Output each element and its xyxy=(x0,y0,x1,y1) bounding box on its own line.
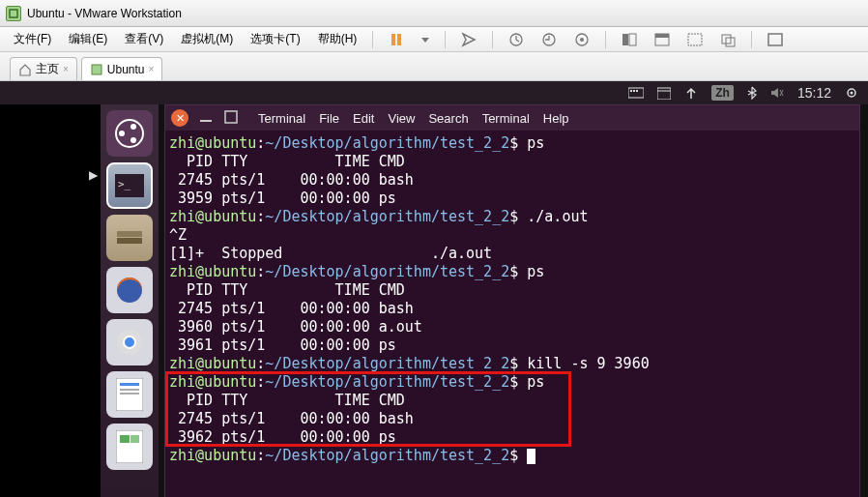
terminal-line: [1]+ Stopped ./a.out xyxy=(169,245,855,263)
pause-button[interactable] xyxy=(385,30,408,49)
svg-rect-18 xyxy=(633,90,635,92)
menu-file[interactable]: 文件(F) xyxy=(10,29,55,49)
files-icon[interactable] xyxy=(106,215,153,261)
calc-icon[interactable] xyxy=(106,424,153,470)
terminal-line: 2745 pts/1 00:00:00 bash xyxy=(169,300,855,318)
layout-icon-1[interactable] xyxy=(618,30,641,49)
terminal-line: zhi@ubuntu:~/Desktop/algorithm/test_2_2$ xyxy=(169,447,855,465)
svg-rect-16 xyxy=(628,88,644,98)
svg-rect-14 xyxy=(768,34,782,45)
unity-launcher: >_ xyxy=(101,104,159,497)
svg-rect-19 xyxy=(636,90,638,92)
tab-ubuntu-label: Ubuntu xyxy=(107,63,145,76)
terminal-line: ^Z xyxy=(169,226,855,245)
term-menu-terminal[interactable]: Terminal xyxy=(258,111,305,126)
terminal-line: zhi@ubuntu:~/Desktop/algorithm/test_2_2$… xyxy=(169,134,855,153)
terminal-line: 2745 pts/1 00:00:00 bash xyxy=(169,410,855,428)
menu-vm[interactable]: 虚拟机(M) xyxy=(177,29,237,49)
send-button[interactable] xyxy=(457,30,480,49)
svg-rect-20 xyxy=(657,88,671,100)
svg-rect-45 xyxy=(200,120,212,122)
svg-rect-43 xyxy=(120,435,130,443)
tab-home[interactable]: 主页 × xyxy=(10,57,77,80)
network-icon[interactable] xyxy=(684,86,698,100)
keyboard-icon[interactable] xyxy=(628,86,644,100)
svg-rect-46 xyxy=(225,111,237,123)
terminal-line: PID TTY TIME CMD xyxy=(169,392,855,410)
svg-point-29 xyxy=(130,137,136,143)
launcher-arrow-icon: ▶ xyxy=(89,168,98,182)
fullscreen-icon[interactable] xyxy=(764,30,787,49)
close-button[interactable]: ✕ xyxy=(171,109,188,127)
svg-rect-32 xyxy=(117,231,142,237)
term-menu-terminal2[interactable]: Terminal xyxy=(482,111,530,126)
bluetooth-icon[interactable] xyxy=(747,86,757,100)
svg-rect-2 xyxy=(397,34,401,45)
desktop-background-left xyxy=(0,104,101,497)
clock[interactable]: 15:12 xyxy=(797,85,831,101)
term-menu-view[interactable]: View xyxy=(388,111,415,126)
maximize-button[interactable] xyxy=(223,109,239,128)
tab-ubuntu[interactable]: Ubuntu × xyxy=(81,57,163,80)
svg-rect-40 xyxy=(120,389,139,391)
writer-icon[interactable] xyxy=(106,371,153,418)
svg-point-27 xyxy=(119,131,125,136)
terminal-body[interactable]: zhi@ubuntu:~/Desktop/algorithm/test_2_2$… xyxy=(165,131,859,497)
close-icon[interactable]: × xyxy=(63,64,69,74)
term-menu-help[interactable]: Help xyxy=(543,111,569,126)
terminal-line: 3962 pts/1 00:00:00 ps xyxy=(169,428,855,447)
svg-rect-1 xyxy=(391,34,395,45)
ime-indicator[interactable]: Zh xyxy=(711,85,734,101)
host-window-titlebar: Ubuntu - VMware Workstation xyxy=(0,0,868,27)
terminal-line: zhi@ubuntu:~/Desktop/algorithm/test_2_2$… xyxy=(169,208,855,226)
menu-view[interactable]: 查看(V) xyxy=(121,29,167,49)
chrome-icon[interactable] xyxy=(106,319,153,365)
svg-rect-41 xyxy=(120,393,139,395)
terminal-line: zhi@ubuntu:~/Desktop/algorithm/test_2_2$… xyxy=(169,373,855,392)
svg-text:>_: >_ xyxy=(118,178,131,190)
terminal-menubar: Terminal File Edit View Search Terminal … xyxy=(258,111,569,126)
guest-desktop: Zh 15:12 ▶ >_ ✕ Terminal File Edit View … xyxy=(0,81,868,497)
terminal-line: 3959 pts/1 00:00:00 ps xyxy=(169,190,855,208)
snapshot-manager-icon[interactable] xyxy=(570,30,593,49)
terminal-line: PID TTY TIME CMD xyxy=(169,153,855,171)
ubuntu-top-panel: Zh 15:12 xyxy=(0,81,868,104)
svg-point-25 xyxy=(851,92,854,95)
gear-icon[interactable] xyxy=(845,86,858,100)
menu-tabs[interactable]: 选项卡(T) xyxy=(246,29,304,49)
term-menu-edit[interactable]: Edit xyxy=(353,111,374,126)
menu-edit[interactable]: 编辑(E) xyxy=(65,29,111,49)
terminal-line: zhi@ubuntu:~/Desktop/algorithm/test_2_2$… xyxy=(169,355,855,373)
snapshot-revert-icon[interactable] xyxy=(537,30,561,49)
svg-rect-0 xyxy=(10,10,17,17)
svg-rect-44 xyxy=(130,435,139,443)
dropdown-icon[interactable] xyxy=(418,30,433,49)
layout-icon-4[interactable] xyxy=(716,30,739,49)
close-icon[interactable]: × xyxy=(149,64,155,74)
minimize-button[interactable] xyxy=(198,109,214,128)
svg-rect-11 xyxy=(688,34,702,45)
svg-rect-17 xyxy=(630,90,632,92)
svg-rect-8 xyxy=(629,34,636,45)
snapshot-icon[interactable] xyxy=(505,30,528,49)
terminal-line: 3960 pts/1 00:00:00 a.out xyxy=(169,318,855,336)
menu-help[interactable]: 帮助(H) xyxy=(314,29,362,49)
terminal-window: ✕ Terminal File Edit View Search Termina… xyxy=(164,104,860,497)
svg-rect-33 xyxy=(117,238,142,244)
terminal-titlebar: ✕ Terminal File Edit View Search Termina… xyxy=(165,105,859,131)
term-menu-search[interactable]: Search xyxy=(428,111,468,126)
window-title: Ubuntu - VMware Workstation xyxy=(27,7,182,20)
svg-rect-7 xyxy=(622,34,628,45)
term-menu-file[interactable]: File xyxy=(319,111,339,126)
terminal-line: zhi@ubuntu:~/Desktop/algorithm/test_2_2$… xyxy=(169,263,855,281)
volume-icon[interactable] xyxy=(770,86,784,100)
vmware-menubar: 文件(F) 编辑(E) 查看(V) 虚拟机(M) 选项卡(T) 帮助(H) xyxy=(0,27,868,52)
firefox-icon[interactable] xyxy=(106,267,153,313)
layout-icon-2[interactable] xyxy=(651,30,674,49)
dash-icon[interactable] xyxy=(106,110,153,157)
layout-icon-3[interactable] xyxy=(683,30,707,49)
terminal-app-icon[interactable]: >_ xyxy=(106,162,153,209)
svg-rect-15 xyxy=(92,65,101,74)
svg-point-6 xyxy=(580,38,584,42)
calendar-icon[interactable] xyxy=(657,86,671,100)
